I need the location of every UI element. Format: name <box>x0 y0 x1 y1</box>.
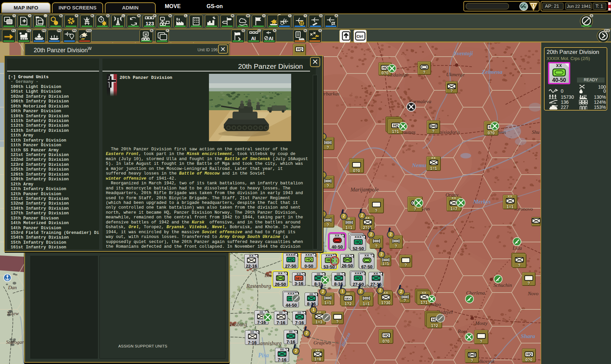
svg-text:HQ: HQ <box>356 276 361 280</box>
svg-text:SEC: SEC <box>296 276 302 280</box>
svg-text:HQ: HQ <box>383 333 389 337</box>
svg-text:HQ: HQ <box>356 240 361 244</box>
svg-text:HQ: HQ <box>297 47 302 51</box>
svg-text:HQ: HQ <box>393 123 398 127</box>
svg-text:HQ: HQ <box>382 66 388 70</box>
svg-text:HQ: HQ <box>526 352 532 356</box>
svg-text:Ctrl: Ctrl <box>357 34 363 38</box>
svg-text:HQ: HQ <box>288 257 294 262</box>
svg-text:HQ: HQ <box>306 257 312 262</box>
svg-text:SEC: SEC <box>345 297 352 300</box>
